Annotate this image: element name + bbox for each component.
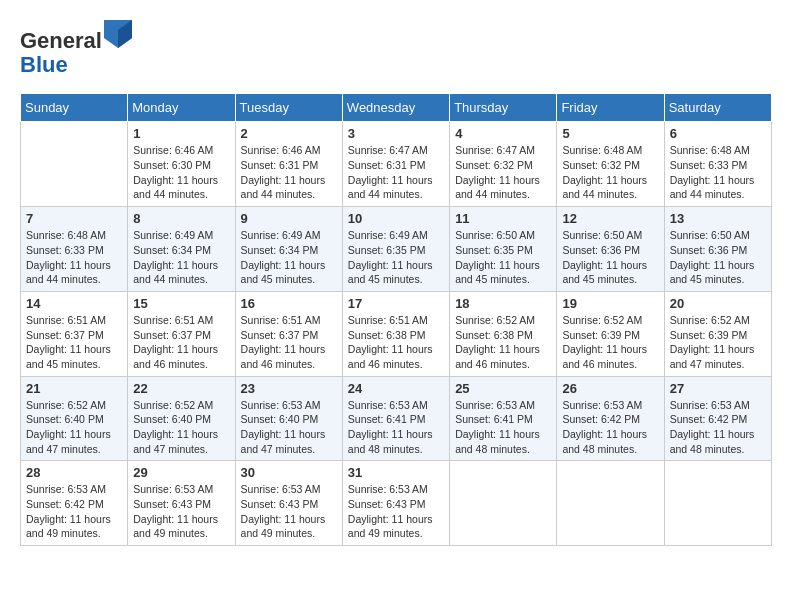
day-number: 6: [670, 126, 766, 141]
calendar-cell: [21, 122, 128, 207]
calendar-cell: 1Sunrise: 6:46 AMSunset: 6:30 PMDaylight…: [128, 122, 235, 207]
calendar-cell: 27Sunrise: 6:53 AMSunset: 6:42 PMDayligh…: [664, 376, 771, 461]
calendar-cell: [664, 461, 771, 546]
day-number: 7: [26, 211, 122, 226]
day-info: Sunrise: 6:46 AMSunset: 6:30 PMDaylight:…: [133, 143, 229, 202]
calendar-cell: 16Sunrise: 6:51 AMSunset: 6:37 PMDayligh…: [235, 291, 342, 376]
day-number: 5: [562, 126, 658, 141]
day-info: Sunrise: 6:52 AMSunset: 6:40 PMDaylight:…: [133, 398, 229, 457]
calendar-header-row: SundayMondayTuesdayWednesdayThursdayFrid…: [21, 94, 772, 122]
calendar-cell: 18Sunrise: 6:52 AMSunset: 6:38 PMDayligh…: [450, 291, 557, 376]
day-info: Sunrise: 6:53 AMSunset: 6:43 PMDaylight:…: [348, 482, 444, 541]
day-number: 9: [241, 211, 337, 226]
calendar-cell: 25Sunrise: 6:53 AMSunset: 6:41 PMDayligh…: [450, 376, 557, 461]
calendar-cell: 30Sunrise: 6:53 AMSunset: 6:43 PMDayligh…: [235, 461, 342, 546]
logo-general: General: [20, 28, 102, 53]
day-number: 28: [26, 465, 122, 480]
calendar-cell: 11Sunrise: 6:50 AMSunset: 6:35 PMDayligh…: [450, 207, 557, 292]
weekday-header-sunday: Sunday: [21, 94, 128, 122]
day-info: Sunrise: 6:53 AMSunset: 6:41 PMDaylight:…: [455, 398, 551, 457]
weekday-header-monday: Monday: [128, 94, 235, 122]
weekday-header-friday: Friday: [557, 94, 664, 122]
calendar-table: SundayMondayTuesdayWednesdayThursdayFrid…: [20, 93, 772, 546]
day-number: 4: [455, 126, 551, 141]
logo: General Blue: [20, 20, 132, 77]
weekday-header-wednesday: Wednesday: [342, 94, 449, 122]
calendar-cell: 31Sunrise: 6:53 AMSunset: 6:43 PMDayligh…: [342, 461, 449, 546]
day-info: Sunrise: 6:52 AMSunset: 6:39 PMDaylight:…: [670, 313, 766, 372]
day-number: 8: [133, 211, 229, 226]
day-info: Sunrise: 6:47 AMSunset: 6:31 PMDaylight:…: [348, 143, 444, 202]
calendar-cell: [557, 461, 664, 546]
calendar-cell: 5Sunrise: 6:48 AMSunset: 6:32 PMDaylight…: [557, 122, 664, 207]
calendar-cell: [450, 461, 557, 546]
weekday-header-tuesday: Tuesday: [235, 94, 342, 122]
calendar-cell: 13Sunrise: 6:50 AMSunset: 6:36 PMDayligh…: [664, 207, 771, 292]
calendar-cell: 28Sunrise: 6:53 AMSunset: 6:42 PMDayligh…: [21, 461, 128, 546]
day-number: 16: [241, 296, 337, 311]
calendar-cell: 9Sunrise: 6:49 AMSunset: 6:34 PMDaylight…: [235, 207, 342, 292]
day-info: Sunrise: 6:53 AMSunset: 6:40 PMDaylight:…: [241, 398, 337, 457]
day-number: 11: [455, 211, 551, 226]
calendar-cell: 29Sunrise: 6:53 AMSunset: 6:43 PMDayligh…: [128, 461, 235, 546]
calendar-cell: 4Sunrise: 6:47 AMSunset: 6:32 PMDaylight…: [450, 122, 557, 207]
day-info: Sunrise: 6:52 AMSunset: 6:40 PMDaylight:…: [26, 398, 122, 457]
calendar-cell: 12Sunrise: 6:50 AMSunset: 6:36 PMDayligh…: [557, 207, 664, 292]
logo-blue-text: Blue: [20, 53, 132, 77]
calendar-cell: 24Sunrise: 6:53 AMSunset: 6:41 PMDayligh…: [342, 376, 449, 461]
day-number: 23: [241, 381, 337, 396]
day-info: Sunrise: 6:47 AMSunset: 6:32 PMDaylight:…: [455, 143, 551, 202]
calendar-week-row: 14Sunrise: 6:51 AMSunset: 6:37 PMDayligh…: [21, 291, 772, 376]
day-number: 21: [26, 381, 122, 396]
day-number: 19: [562, 296, 658, 311]
page-header: General Blue: [20, 20, 772, 77]
calendar-cell: 15Sunrise: 6:51 AMSunset: 6:37 PMDayligh…: [128, 291, 235, 376]
day-number: 18: [455, 296, 551, 311]
calendar-week-row: 28Sunrise: 6:53 AMSunset: 6:42 PMDayligh…: [21, 461, 772, 546]
day-number: 15: [133, 296, 229, 311]
calendar-week-row: 21Sunrise: 6:52 AMSunset: 6:40 PMDayligh…: [21, 376, 772, 461]
calendar-cell: 19Sunrise: 6:52 AMSunset: 6:39 PMDayligh…: [557, 291, 664, 376]
weekday-header-saturday: Saturday: [664, 94, 771, 122]
day-info: Sunrise: 6:48 AMSunset: 6:33 PMDaylight:…: [26, 228, 122, 287]
day-number: 30: [241, 465, 337, 480]
day-info: Sunrise: 6:51 AMSunset: 6:37 PMDaylight:…: [26, 313, 122, 372]
calendar-cell: 7Sunrise: 6:48 AMSunset: 6:33 PMDaylight…: [21, 207, 128, 292]
day-info: Sunrise: 6:51 AMSunset: 6:38 PMDaylight:…: [348, 313, 444, 372]
day-info: Sunrise: 6:53 AMSunset: 6:42 PMDaylight:…: [562, 398, 658, 457]
day-info: Sunrise: 6:52 AMSunset: 6:39 PMDaylight:…: [562, 313, 658, 372]
weekday-header-thursday: Thursday: [450, 94, 557, 122]
calendar-cell: 3Sunrise: 6:47 AMSunset: 6:31 PMDaylight…: [342, 122, 449, 207]
calendar-cell: 17Sunrise: 6:51 AMSunset: 6:38 PMDayligh…: [342, 291, 449, 376]
logo-blue: Blue: [20, 52, 68, 77]
calendar-week-row: 1Sunrise: 6:46 AMSunset: 6:30 PMDaylight…: [21, 122, 772, 207]
day-info: Sunrise: 6:48 AMSunset: 6:33 PMDaylight:…: [670, 143, 766, 202]
day-info: Sunrise: 6:46 AMSunset: 6:31 PMDaylight:…: [241, 143, 337, 202]
day-info: Sunrise: 6:53 AMSunset: 6:41 PMDaylight:…: [348, 398, 444, 457]
day-number: 1: [133, 126, 229, 141]
day-info: Sunrise: 6:49 AMSunset: 6:34 PMDaylight:…: [133, 228, 229, 287]
calendar-cell: 6Sunrise: 6:48 AMSunset: 6:33 PMDaylight…: [664, 122, 771, 207]
day-info: Sunrise: 6:51 AMSunset: 6:37 PMDaylight:…: [133, 313, 229, 372]
day-number: 31: [348, 465, 444, 480]
calendar-cell: 2Sunrise: 6:46 AMSunset: 6:31 PMDaylight…: [235, 122, 342, 207]
calendar-cell: 14Sunrise: 6:51 AMSunset: 6:37 PMDayligh…: [21, 291, 128, 376]
calendar-cell: 20Sunrise: 6:52 AMSunset: 6:39 PMDayligh…: [664, 291, 771, 376]
day-number: 26: [562, 381, 658, 396]
day-info: Sunrise: 6:53 AMSunset: 6:42 PMDaylight:…: [26, 482, 122, 541]
calendar-cell: 26Sunrise: 6:53 AMSunset: 6:42 PMDayligh…: [557, 376, 664, 461]
calendar-cell: 8Sunrise: 6:49 AMSunset: 6:34 PMDaylight…: [128, 207, 235, 292]
day-number: 3: [348, 126, 444, 141]
day-number: 17: [348, 296, 444, 311]
day-number: 13: [670, 211, 766, 226]
day-number: 2: [241, 126, 337, 141]
day-number: 25: [455, 381, 551, 396]
day-info: Sunrise: 6:49 AMSunset: 6:34 PMDaylight:…: [241, 228, 337, 287]
calendar-week-row: 7Sunrise: 6:48 AMSunset: 6:33 PMDaylight…: [21, 207, 772, 292]
logo-text: General: [20, 20, 132, 53]
day-number: 24: [348, 381, 444, 396]
day-info: Sunrise: 6:50 AMSunset: 6:36 PMDaylight:…: [562, 228, 658, 287]
day-info: Sunrise: 6:52 AMSunset: 6:38 PMDaylight:…: [455, 313, 551, 372]
day-number: 27: [670, 381, 766, 396]
day-info: Sunrise: 6:53 AMSunset: 6:43 PMDaylight:…: [133, 482, 229, 541]
